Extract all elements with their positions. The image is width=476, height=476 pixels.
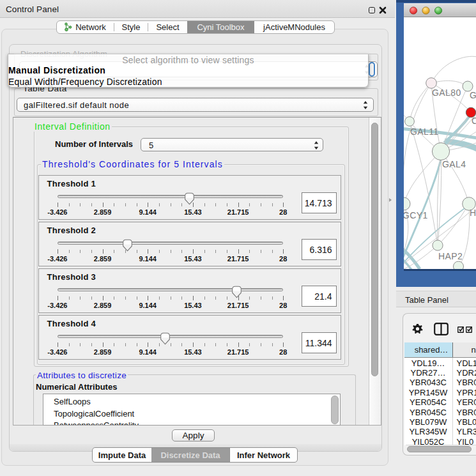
svg-text:HAP2: HAP2	[438, 251, 463, 261]
svg-text:GAL80: GAL80	[432, 88, 461, 98]
svg-text:H: H	[470, 208, 476, 218]
svg-text:GA: GA	[470, 90, 476, 100]
svg-text:GAL4: GAL4	[442, 159, 466, 169]
svg-text:GCY1: GCY1	[404, 210, 428, 220]
svg-text:C: C	[472, 116, 476, 126]
svg-text:GAL11: GAL11	[410, 127, 439, 137]
